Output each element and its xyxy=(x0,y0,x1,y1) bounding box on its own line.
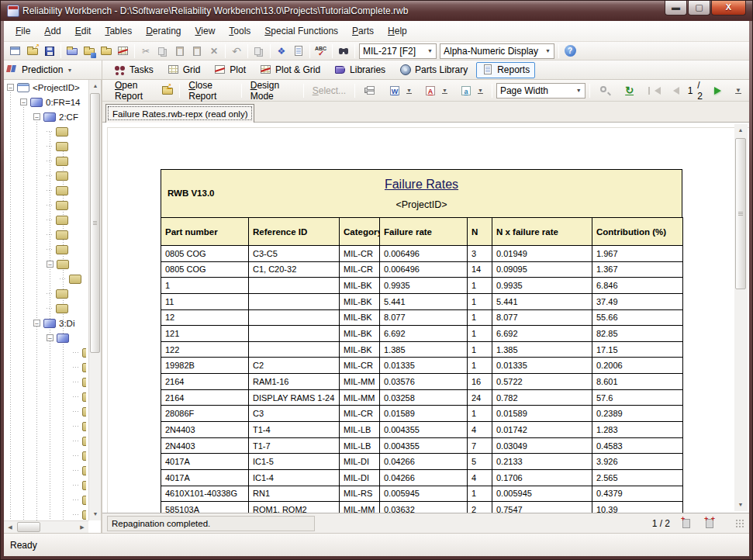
parts-library-button[interactable]: Parts Library xyxy=(394,62,473,78)
new-project-button[interactable] xyxy=(7,43,24,59)
report-vertical-scrollbar[interactable]: ▲ ▼ xyxy=(734,124,748,511)
menu-tables[interactable]: Tables xyxy=(98,22,139,40)
menu-help[interactable]: Help xyxy=(381,22,414,40)
menu-edit[interactable]: Edit xyxy=(68,22,98,40)
scroll-up-icon[interactable]: ▲ xyxy=(89,80,102,92)
expander-icon[interactable]: – xyxy=(47,334,54,341)
plot-grid-button[interactable]: Plot & Grid xyxy=(254,62,326,78)
paste-special-icon[interactable] xyxy=(188,43,206,59)
tree-item[interactable]: – xyxy=(4,257,86,271)
export-word-button[interactable]: W▼ xyxy=(382,82,418,99)
tree-item[interactable] xyxy=(4,227,86,242)
tree-item[interactable] xyxy=(4,507,86,520)
tree-scrollbar-thumb[interactable] xyxy=(90,93,100,353)
delete-icon[interactable]: ✕ xyxy=(206,43,223,59)
new-block-button[interactable] xyxy=(64,43,81,59)
menu-derating[interactable]: Derating xyxy=(139,22,188,40)
close-button[interactable]: X xyxy=(711,1,746,16)
tree-item[interactable] xyxy=(4,301,86,316)
tree-item-3Di[interactable]: –3:Di xyxy=(4,316,86,330)
tree-item[interactable] xyxy=(4,168,86,183)
tree-item-2CF[interactable]: –2:CF xyxy=(4,109,86,124)
report-scrollbar-thumb[interactable] xyxy=(735,138,746,289)
tree-item[interactable] xyxy=(4,360,86,375)
transfer-block-button[interactable] xyxy=(81,43,98,59)
tree-item[interactable] xyxy=(4,154,86,168)
tree-item[interactable] xyxy=(4,345,86,360)
scroll-left-icon[interactable]: ◀ xyxy=(4,521,16,533)
connections-icon[interactable]: ❖ xyxy=(273,43,290,59)
expander-icon[interactable]: – xyxy=(20,99,27,105)
help-icon[interactable]: ? xyxy=(561,43,579,59)
tree-item[interactable] xyxy=(4,434,86,448)
title-bar[interactable]: Reliability Workbench - D:\Software\Reli… xyxy=(1,1,752,21)
scroll-down-icon[interactable]: ▼ xyxy=(734,499,747,511)
tree-item[interactable] xyxy=(4,139,86,154)
block-button[interactable] xyxy=(98,43,115,59)
scroll-down-icon[interactable]: ▼ xyxy=(89,508,102,520)
tasks-button[interactable]: Tasks xyxy=(109,62,159,78)
tree-vertical-scrollbar[interactable]: ▲ ▼ xyxy=(88,80,101,520)
tree-item[interactable] xyxy=(4,213,86,227)
tree-item[interactable] xyxy=(4,286,86,301)
cut-icon[interactable]: ✂ xyxy=(137,43,154,59)
tree-item[interactable] xyxy=(4,198,86,213)
minimize-button[interactable]: ▬ xyxy=(665,1,687,16)
fit-page-icon[interactable] xyxy=(681,517,693,530)
close-report-button[interactable]: Close Report xyxy=(182,80,238,104)
tree-item[interactable] xyxy=(4,478,86,493)
tree-item[interactable] xyxy=(4,404,86,419)
tree-hscrollbar-thumb[interactable] xyxy=(17,522,40,532)
tree-item[interactable] xyxy=(4,419,86,434)
scroll-right-icon[interactable]: ▶ xyxy=(76,521,88,533)
expander-icon[interactable]: – xyxy=(7,84,14,91)
zoom-combobox[interactable]: Page Width▼ xyxy=(496,83,585,99)
menu-special-functions[interactable]: Special Functions xyxy=(257,22,345,40)
expander-icon[interactable]: – xyxy=(33,320,40,327)
fit-width-icon[interactable] xyxy=(704,517,717,530)
tree-horizontal-scrollbar[interactable]: ◀ ▶ xyxy=(4,520,88,533)
standard-combobox[interactable]: MIL-217 [F2]▼ xyxy=(359,43,437,59)
spell-check-icon[interactable]: ABC xyxy=(313,43,330,59)
scroll-up-icon[interactable]: ▲ xyxy=(734,124,747,137)
tree-item-0FR14[interactable]: –0:FR=14 xyxy=(4,95,86,109)
next-page-button[interactable] xyxy=(708,85,727,97)
report-tab[interactable]: Failure Rates.rwb-repx (read only) xyxy=(105,104,254,123)
tree-item-ProjectID[interactable]: –<ProjectID> xyxy=(4,80,86,95)
maximize-button[interactable]: ▢ xyxy=(688,1,710,16)
undo-icon[interactable]: ↶ xyxy=(228,43,245,59)
find-icon[interactable] xyxy=(335,43,352,59)
expander-icon[interactable]: – xyxy=(33,113,40,120)
libraries-button[interactable]: Libraries xyxy=(329,62,391,78)
report-viewport[interactable]: RWB V13.0 Failure Rates <ProjectID> Part… xyxy=(102,123,749,513)
menu-parts[interactable]: Parts xyxy=(345,22,381,40)
prediction-menu-button[interactable]: Prediction▼ xyxy=(4,60,102,79)
export-text-button[interactable]: a▼ xyxy=(454,82,489,99)
export-pdf-button[interactable]: A▼ xyxy=(418,82,454,99)
plot-button[interactable]: Plot xyxy=(209,62,251,78)
tree-item[interactable]: – xyxy=(4,330,86,345)
design-mode-button[interactable]: Design Mode xyxy=(244,80,301,104)
tree-item[interactable] xyxy=(4,389,86,404)
tree-item[interactable] xyxy=(4,448,86,463)
display-mode-combobox[interactable]: Alpha-Numeric Display▼ xyxy=(440,43,554,59)
menu-view[interactable]: View xyxy=(188,22,223,40)
tree-item[interactable] xyxy=(4,375,86,389)
save-button[interactable] xyxy=(41,43,58,59)
tree-item[interactable] xyxy=(4,124,86,139)
grid-plot-button[interactable] xyxy=(115,43,132,59)
expander-icon[interactable]: – xyxy=(47,261,54,268)
refresh-button[interactable]: ↻ xyxy=(617,82,642,99)
tree-item[interactable] xyxy=(4,493,86,507)
copy-pages-icon[interactable] xyxy=(250,43,268,59)
tree-item[interactable] xyxy=(4,183,86,198)
grid-button[interactable]: Grid xyxy=(162,62,206,78)
print-button[interactable] xyxy=(358,82,382,99)
reports-button[interactable]: Reports xyxy=(476,62,535,78)
tree-item[interactable] xyxy=(4,271,86,286)
open-project-button[interactable]: ↗ xyxy=(24,43,41,59)
properties-icon[interactable] xyxy=(290,43,307,59)
menu-tools[interactable]: Tools xyxy=(222,22,257,40)
menu-add[interactable]: Add xyxy=(37,22,67,40)
copy-icon[interactable] xyxy=(154,43,171,59)
